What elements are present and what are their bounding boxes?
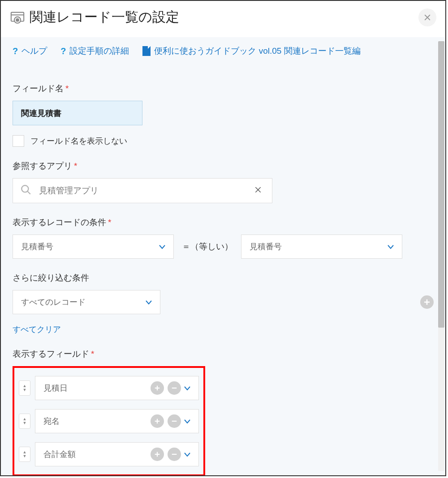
chevron-down-icon <box>184 384 190 393</box>
fieldname-input[interactable] <box>13 101 142 125</box>
help-detail-label: 設定手順の詳細 <box>69 45 129 57</box>
document-icon <box>142 46 151 56</box>
display-fields-label: 表示するフィールド* <box>13 348 434 360</box>
display-fields-box: ▲▼ 見積日 ▲▼ 宛名 <box>13 366 205 476</box>
refapp-label: 参照するアプリ* <box>13 160 434 172</box>
field-value: 宛名 <box>43 416 60 427</box>
condition-operator: ＝（等しい） <box>182 241 233 252</box>
chevron-down-icon <box>388 242 394 252</box>
condition-left-select[interactable]: 見積番号 <box>13 235 174 259</box>
filter-value: すべてのレコード <box>21 297 86 307</box>
drag-handle[interactable]: ▲▼ <box>19 414 30 429</box>
dialog-body: フィールド名* フィールド名を表示しない 参照するアプリ* 見積管理アプリ 表示… <box>1 65 445 476</box>
question-icon: ? <box>13 46 18 56</box>
add-field-button[interactable] <box>151 381 164 395</box>
question-icon: ? <box>60 46 66 56</box>
svg-line-7 <box>27 191 30 194</box>
chevron-down-icon <box>146 298 152 307</box>
remove-field-button[interactable] <box>168 448 181 461</box>
search-icon <box>20 184 32 197</box>
add-field-button[interactable] <box>151 414 164 428</box>
drag-handle[interactable]: ▲▼ <box>19 447 30 462</box>
hide-fieldname-row: フィールド名を表示しない <box>13 135 434 147</box>
scrollbar-thumb[interactable] <box>438 41 444 328</box>
hide-fieldname-checkbox[interactable] <box>13 135 24 147</box>
add-field-button[interactable] <box>151 448 164 461</box>
dialog-title: 関連レコード一覧の設定 <box>30 8 179 26</box>
refapp-clear-button[interactable] <box>251 185 265 196</box>
dialog-container: 関連レコード一覧の設定 ? ヘルプ ? 設定手順の詳細 便利に使おうガイドブック… <box>0 0 446 476</box>
fieldname-label: フィールド名* <box>13 83 434 94</box>
filter-label: さらに絞り込む条件 <box>13 272 434 284</box>
svg-point-3 <box>16 18 19 21</box>
guidebook-link[interactable]: 便利に使おうガイドブック vol.05 関連レコード一覧編 <box>142 45 360 57</box>
condition-right-value: 見積番号 <box>250 241 282 252</box>
add-filter-button[interactable] <box>420 295 434 309</box>
scrollbar[interactable] <box>438 41 444 471</box>
guidebook-label: 便利に使おうガイドブック vol.05 関連レコード一覧編 <box>154 45 360 57</box>
hide-fieldname-label: フィールド名を表示しない <box>30 136 127 146</box>
chevron-down-icon <box>184 417 190 426</box>
condition-left-value: 見積番号 <box>21 241 53 252</box>
drag-handle[interactable]: ▲▼ <box>19 380 30 396</box>
filter-row: すべてのレコード <box>13 290 434 314</box>
help-link[interactable]: ? ヘルプ <box>13 45 47 57</box>
dialog-header: 関連レコード一覧の設定 <box>1 1 445 37</box>
remove-field-button[interactable] <box>168 381 181 395</box>
related-records-icon <box>10 10 25 25</box>
field-value: 合計金額 <box>43 449 76 460</box>
condition-row: 見積番号 ＝（等しい） 見積番号 <box>13 235 434 259</box>
filter-select[interactable]: すべてのレコード <box>13 290 160 314</box>
refapp-search[interactable]: 見積管理アプリ <box>13 178 272 203</box>
help-detail-link[interactable]: ? 設定手順の詳細 <box>60 45 129 57</box>
help-label: ヘルプ <box>22 45 47 57</box>
chevron-down-icon <box>184 450 190 459</box>
refapp-value: 見積管理アプリ <box>39 185 251 196</box>
field-row-actions <box>151 414 181 428</box>
svg-point-6 <box>22 185 28 192</box>
clear-all-link[interactable]: すべてクリア <box>13 324 61 335</box>
condition-label: 表示するレコードの条件* <box>13 217 434 228</box>
close-button[interactable] <box>418 9 436 26</box>
help-bar: ? ヘルプ ? 設定手順の詳細 便利に使おうガイドブック vol.05 関連レコ… <box>1 37 445 65</box>
condition-right-select[interactable]: 見積番号 <box>241 235 402 259</box>
chevron-down-icon <box>159 242 165 252</box>
field-value: 見積日 <box>43 383 68 393</box>
field-row-actions <box>151 448 181 461</box>
field-row-actions <box>151 381 181 395</box>
remove-field-button[interactable] <box>168 414 181 428</box>
